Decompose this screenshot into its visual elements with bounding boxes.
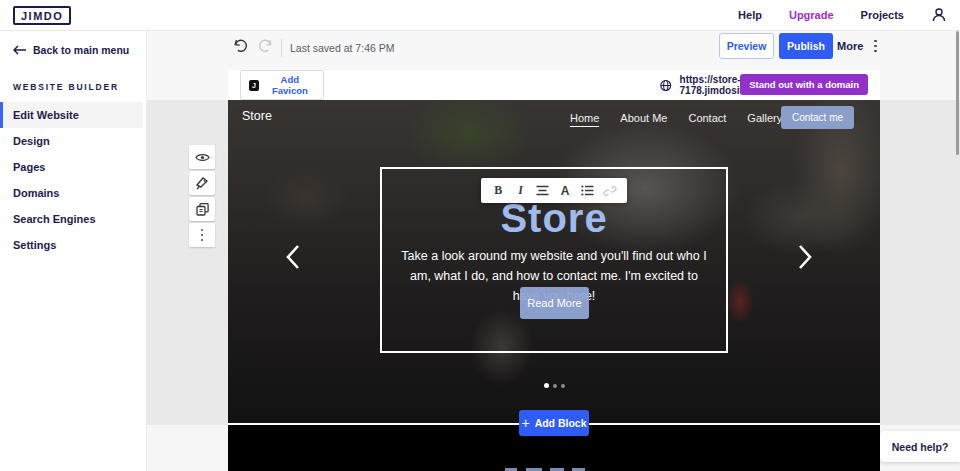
- carousel-next-button[interactable]: [798, 244, 812, 273]
- carousel-prev-button[interactable]: [286, 244, 300, 273]
- sidebar-item-settings[interactable]: Settings: [0, 232, 143, 258]
- help-link[interactable]: Help: [738, 9, 762, 21]
- add-block-label: Add Block: [535, 417, 587, 429]
- site-nav-about-me[interactable]: About Me: [620, 112, 667, 127]
- globe-icon: [660, 79, 672, 92]
- sidebar-item-design[interactable]: Design: [0, 128, 143, 154]
- site-nav-gallery[interactable]: Gallery: [747, 112, 782, 127]
- more-label: More: [837, 40, 863, 52]
- hide-block-button[interactable]: [189, 145, 215, 169]
- site-nav-home[interactable]: Home: [570, 112, 599, 127]
- duplicate-icon: [196, 203, 209, 216]
- duplicate-block-button[interactable]: [189, 197, 215, 221]
- preview-button[interactable]: Preview: [719, 33, 774, 59]
- italic-button[interactable]: I: [511, 182, 529, 200]
- site-brand[interactable]: Store: [242, 109, 272, 123]
- redo-button[interactable]: [257, 38, 274, 57]
- app-header: JIMDO Help Upgrade Projects: [0, 0, 960, 31]
- builder-sidebar: Back to main menu WEBSITE BUILDER Edit W…: [0, 31, 147, 471]
- font-style-button[interactable]: A: [556, 182, 574, 200]
- link-button[interactable]: [601, 182, 619, 200]
- link-icon: [603, 185, 617, 197]
- list-icon: [581, 185, 594, 196]
- carousel-dots: [228, 383, 880, 388]
- block-more-button[interactable]: [189, 223, 215, 247]
- toolbar-divider: [281, 39, 282, 57]
- sidebar-item-domains[interactable]: Domains: [0, 180, 143, 206]
- chevron-left-icon: [286, 244, 300, 270]
- add-favicon-button[interactable]: J Add Favicon: [240, 70, 324, 100]
- sidebar-item-edit-website[interactable]: Edit Website: [0, 102, 143, 128]
- header-nav: Help Upgrade Projects: [738, 7, 947, 23]
- chevron-right-icon: [798, 244, 812, 270]
- site-url-bar: J Add Favicon https://store-1759513573-7…: [228, 70, 880, 100]
- favicon-badge-icon: J: [249, 80, 259, 91]
- eye-icon: [195, 152, 210, 163]
- align-center-button[interactable]: [534, 182, 552, 200]
- read-more-button[interactable]: Read More: [520, 287, 589, 319]
- carousel-dot-2[interactable]: [553, 384, 557, 388]
- upgrade-link[interactable]: Upgrade: [789, 9, 834, 21]
- stand-out-domain-button[interactable]: Stand out with a domain: [740, 74, 868, 95]
- editor-canvas: Last saved at 7:46 PM Preview Publish Mo…: [147, 31, 960, 471]
- site-nav: Home About Me Contact Gallery: [570, 112, 782, 127]
- jimdo-website-builder: JIMDO Help Upgrade Projects Back to main…: [0, 0, 960, 471]
- block-toolbar: [189, 145, 215, 247]
- add-favicon-label: Add Favicon: [265, 74, 315, 96]
- undo-button[interactable]: [232, 38, 249, 57]
- sidebar-item-search-engines[interactable]: Search Engines: [0, 206, 143, 232]
- last-saved-status: Last saved at 7:46 PM: [290, 42, 394, 54]
- text-format-toolbar: B I A: [481, 178, 627, 203]
- carousel-dot-3[interactable]: [561, 384, 565, 388]
- more-button[interactable]: More: [837, 33, 877, 59]
- back-label: Back to main menu: [33, 44, 129, 56]
- sidebar-item-pages[interactable]: Pages: [0, 154, 143, 180]
- website-preview: Store Home About Me Contact Gallery Cont…: [228, 100, 880, 425]
- redo-icon: [257, 38, 274, 54]
- publish-button[interactable]: Publish: [779, 33, 833, 59]
- user-avatar-icon[interactable]: [931, 7, 947, 23]
- contact-me-button[interactable]: Contact me: [781, 106, 854, 129]
- bold-button[interactable]: B: [489, 182, 507, 200]
- style-brush-icon: [195, 176, 209, 190]
- plus-icon: +: [521, 415, 529, 431]
- site-nav-contact[interactable]: Contact: [688, 112, 726, 127]
- kebab-menu-icon: [874, 40, 877, 53]
- block-style-button[interactable]: [189, 171, 215, 195]
- vertical-scrollbar[interactable]: [956, 31, 959, 155]
- jimdo-logo[interactable]: JIMDO: [13, 6, 71, 25]
- align-center-icon: [536, 185, 549, 196]
- projects-link[interactable]: Projects: [861, 9, 904, 21]
- sidebar-items: Edit Website Design Pages Domains Search…: [0, 102, 146, 258]
- back-to-main-menu[interactable]: Back to main menu: [0, 31, 146, 56]
- arrow-left-icon: [13, 45, 26, 55]
- list-button[interactable]: [578, 182, 596, 200]
- carousel-dot-1[interactable]: [544, 383, 549, 388]
- sidebar-section-title: WEBSITE BUILDER: [0, 56, 146, 92]
- need-help-button[interactable]: Need help?: [880, 431, 960, 462]
- undo-icon: [232, 38, 249, 54]
- add-block-button[interactable]: + Add Block: [519, 410, 589, 436]
- more-dots-icon: [201, 229, 204, 242]
